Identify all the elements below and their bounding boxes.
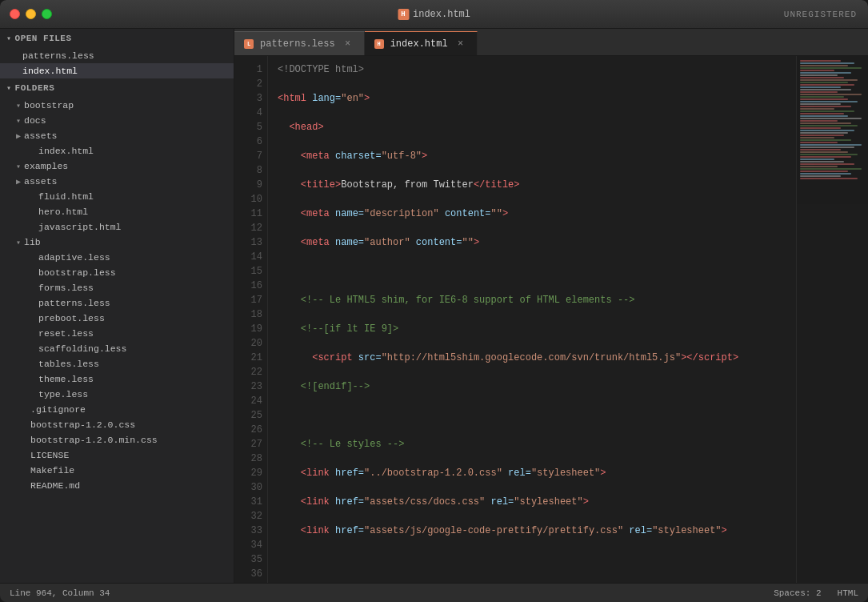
assets-docs-arrow: ▶ bbox=[16, 131, 21, 141]
file-scaffolding-less[interactable]: scaffolding.less bbox=[0, 341, 234, 356]
lib-arrow: ▾ bbox=[16, 238, 21, 247]
minimap bbox=[796, 56, 868, 583]
editor-content: 12345 678910 1112131415 1617181920 21222… bbox=[234, 56, 868, 583]
file-license[interactable]: LICENSE bbox=[0, 447, 234, 463]
close-button[interactable] bbox=[10, 9, 20, 19]
file-forms-less[interactable]: forms.less bbox=[0, 280, 234, 295]
folder-lib[interactable]: ▾lib bbox=[0, 235, 234, 250]
file-gitignore[interactable]: .gitignore bbox=[0, 402, 234, 417]
docs-arrow: ▾ bbox=[16, 116, 21, 126]
file-adaptive-less[interactable]: adaptive.less bbox=[0, 250, 234, 265]
line-numbers: 12345 678910 1112131415 1617181920 21222… bbox=[234, 56, 268, 583]
file-fluid-html[interactable]: fluid.html bbox=[0, 189, 234, 204]
tab-patterns-icon: L bbox=[244, 39, 254, 49]
tab-index-icon: H bbox=[374, 39, 384, 49]
status-bar: Line 964, Column 34 Spaces: 2 HTML bbox=[0, 583, 868, 602]
minimize-button[interactable] bbox=[26, 9, 36, 19]
title-bar: H index.html UNREGISTERED bbox=[0, 0, 868, 29]
file-tables-less[interactable]: tables.less bbox=[0, 356, 234, 371]
main-layout: ▾ OPEN FILES patterns.less index.html ▾ … bbox=[0, 29, 868, 583]
window-title: H index.html bbox=[398, 9, 470, 20]
open-files-arrow: ▾ bbox=[6, 34, 12, 43]
cursor-position: Line 964, Column 34 bbox=[10, 588, 110, 598]
tab-patterns-close[interactable]: × bbox=[342, 38, 354, 50]
folder-assets-examples[interactable]: ▶assets bbox=[0, 174, 234, 189]
file-index-html-docs[interactable]: index.html bbox=[0, 143, 234, 159]
sidebar: ▾ OPEN FILES patterns.less index.html ▾ … bbox=[0, 29, 234, 583]
tab-index-html[interactable]: H index.html × bbox=[365, 31, 478, 55]
window-controls bbox=[10, 9, 52, 19]
file-hero-html[interactable]: hero.html bbox=[0, 204, 234, 219]
spaces-indicator: Spaces: 2 bbox=[774, 588, 821, 598]
maximize-button[interactable] bbox=[42, 9, 52, 19]
bootstrap-arrow: ▾ bbox=[16, 101, 21, 110]
folder-examples[interactable]: ▾examples bbox=[0, 159, 234, 174]
file-type-less[interactable]: type.less bbox=[0, 387, 234, 402]
open-files-header[interactable]: ▾ OPEN FILES bbox=[0, 29, 234, 48]
file-patterns-less[interactable]: patterns.less bbox=[0, 295, 234, 311]
file-readme[interactable]: README.md bbox=[0, 478, 234, 493]
code-editor[interactable]: <!DOCTYPE html> <html lang="en"> <head> … bbox=[268, 56, 796, 583]
file-bootstrap-less[interactable]: bootstrap.less bbox=[0, 265, 234, 280]
file-reset-less[interactable]: reset.less bbox=[0, 326, 234, 341]
folders-header[interactable]: ▾ FOLDERS bbox=[0, 78, 234, 98]
file-makefile[interactable]: Makefile bbox=[0, 463, 234, 478]
tab-patterns-less[interactable]: L patterns.less × bbox=[234, 31, 365, 55]
folders-arrow: ▾ bbox=[6, 83, 12, 93]
file-preboot-less[interactable]: preboot.less bbox=[0, 311, 234, 326]
tab-bar: L patterns.less × H index.html × bbox=[234, 29, 868, 56]
tab-patterns-label: patterns.less bbox=[260, 38, 335, 50]
file-bootstrap-css[interactable]: bootstrap-1.2.0.css bbox=[0, 417, 234, 432]
tab-index-label: index.html bbox=[390, 38, 448, 50]
open-file-patterns[interactable]: patterns.less bbox=[0, 48, 234, 63]
tab-index-close[interactable]: × bbox=[454, 38, 467, 50]
folder-docs[interactable]: ▾docs bbox=[0, 113, 234, 128]
registration-status: UNREGISTERED bbox=[784, 10, 857, 19]
language-indicator: HTML bbox=[838, 588, 858, 598]
folder-assets-docs[interactable]: ▶assets bbox=[0, 128, 234, 143]
editor-area: L patterns.less × H index.html × 12345 6… bbox=[234, 29, 868, 583]
open-file-index[interactable]: index.html bbox=[0, 63, 234, 78]
file-javascript-html[interactable]: javascript.html bbox=[0, 219, 234, 235]
examples-arrow: ▾ bbox=[16, 162, 21, 171]
file-theme-less[interactable]: theme.less bbox=[0, 371, 234, 387]
file-bootstrap-min-css[interactable]: bootstrap-1.2.0.min.css bbox=[0, 432, 234, 447]
file-icon: H bbox=[398, 9, 409, 20]
folder-bootstrap[interactable]: ▾bootstrap bbox=[0, 98, 234, 113]
assets-examples-arrow: ▶ bbox=[16, 177, 21, 187]
